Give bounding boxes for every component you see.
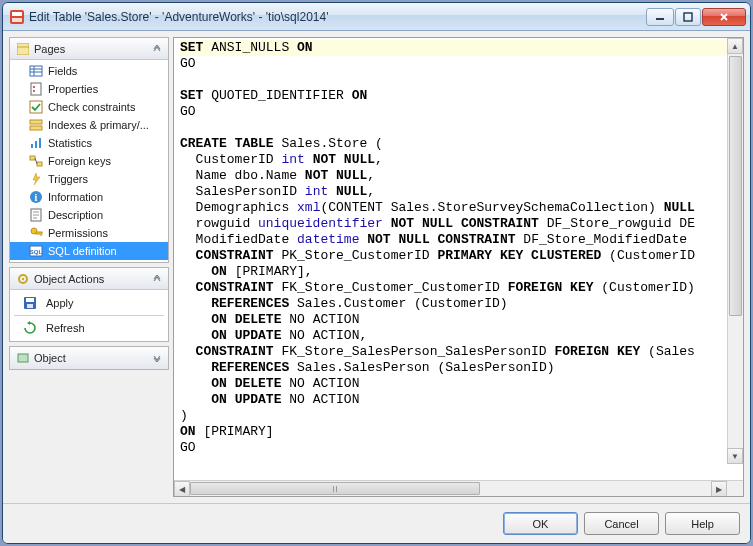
svg-rect-7 [31,83,41,95]
close-button[interactable] [702,8,746,26]
separator [14,315,164,316]
object-actions-panel: Object Actions Apply Refresh [9,267,169,342]
minimize-button[interactable] [646,8,674,26]
object-icon [16,351,30,365]
svg-point-27 [22,277,24,279]
thumb-grip-icon [333,486,337,492]
page-item-statistics[interactable]: Statistics [10,134,168,152]
page-item-icon [28,99,44,115]
chevron-up-icon [152,43,162,55]
page-item-icon [28,171,44,187]
ok-label: OK [533,518,549,530]
client-area: Pages FieldsPropertiesCheck constraintsI… [3,31,750,543]
page-item-sql-definition[interactable]: SQLSQL definition [10,242,168,260]
scroll-down-button[interactable]: ▼ [727,448,743,464]
action-apply[interactable]: Apply [10,292,168,314]
page-item-label: Check constraints [48,101,135,113]
svg-text:SQL: SQL [30,249,43,255]
page-item-icon [28,135,44,151]
svg-rect-12 [30,126,42,130]
window-title: Edit Table 'Sales.Store' - 'AdventureWor… [29,10,646,24]
help-label: Help [691,518,714,530]
action-refresh-label: Refresh [46,322,85,334]
svg-rect-6 [30,66,42,76]
page-item-label: Permissions [48,227,108,239]
page-item-icon: i [28,189,44,205]
svg-rect-1 [12,12,22,16]
object-actions-title: Object Actions [34,273,152,285]
pages-icon [16,42,30,56]
svg-rect-31 [18,354,28,362]
page-item-icon [28,117,44,133]
page-item-label: Foreign keys [48,155,111,167]
page-item-label: Triggers [48,173,88,185]
svg-rect-11 [30,120,42,124]
scroll-corner [727,481,743,497]
page-item-properties[interactable]: Properties [10,80,168,98]
object-title: Object [34,352,152,364]
object-header[interactable]: Object [10,347,168,369]
svg-rect-2 [12,18,22,22]
page-item-label: SQL definition [48,245,117,257]
page-item-icon: SQL [28,243,44,259]
page-item-triggers[interactable]: Triggers [10,170,168,188]
titlebar: Edit Table 'Sales.Store' - 'AdventureWor… [3,3,750,31]
page-item-indexes-primary[interactable]: Indexes & primary/... [10,116,168,134]
cancel-label: Cancel [604,518,638,530]
scroll-up-button[interactable]: ▲ [727,38,743,54]
chevron-up-icon [152,273,162,285]
svg-rect-4 [684,13,692,21]
vertical-scroll-thumb[interactable] [729,56,742,316]
svg-rect-23 [40,234,42,236]
page-item-label: Statistics [48,137,92,149]
scroll-left-button[interactable]: ◀ [174,481,190,497]
svg-rect-13 [31,144,33,148]
page-item-check-constraints[interactable]: Check constraints [10,98,168,116]
cancel-button[interactable]: Cancel [584,512,659,535]
page-item-foreign-keys[interactable]: Foreign keys [10,152,168,170]
button-bar: OK Cancel Help [3,503,750,543]
chevron-down-icon [152,352,162,364]
svg-rect-5 [17,43,29,55]
help-button[interactable]: Help [665,512,740,535]
vertical-scrollbar[interactable]: ▲ ▼ [727,38,743,464]
page-item-label: Indexes & primary/... [48,119,149,131]
window: Edit Table 'Sales.Store' - 'AdventureWor… [2,2,751,544]
object-panel: Object [9,346,169,370]
sql-code[interactable]: SET ANSI_NULLS ONGO SET QUOTED_IDENTIFIE… [174,38,727,480]
svg-point-9 [33,90,35,92]
horizontal-scrollbar[interactable]: ◀ ▶ [174,480,743,496]
page-item-label: Description [48,209,103,221]
page-item-icon [28,153,44,169]
pages-body: FieldsPropertiesCheck constraintsIndexes… [10,60,168,262]
svg-rect-16 [30,156,35,160]
action-refresh[interactable]: Refresh [10,317,168,339]
page-item-icon [28,81,44,97]
left-panel: Pages FieldsPropertiesCheck constraintsI… [9,37,169,497]
maximize-button[interactable] [675,8,701,26]
page-item-fields[interactable]: Fields [10,62,168,80]
pages-header[interactable]: Pages [10,38,168,60]
svg-rect-17 [37,162,42,166]
gear-icon [16,272,30,286]
svg-rect-10 [30,101,42,113]
svg-rect-14 [35,141,37,148]
page-item-label: Information [48,191,103,203]
ok-button[interactable]: OK [503,512,578,535]
window-buttons [646,8,746,26]
page-item-permissions[interactable]: Permissions [10,224,168,242]
page-item-icon [28,63,44,79]
page-item-description[interactable]: Description [10,206,168,224]
object-actions-body: Apply Refresh [10,290,168,341]
pages-panel: Pages FieldsPropertiesCheck constraintsI… [9,37,169,263]
svg-rect-30 [27,304,33,308]
scroll-right-button[interactable]: ▶ [711,481,727,497]
action-apply-label: Apply [46,297,74,309]
page-item-information[interactable]: iInformation [10,188,168,206]
object-actions-header[interactable]: Object Actions [10,268,168,290]
horizontal-scroll-thumb[interactable] [190,482,480,495]
page-item-label: Properties [48,83,98,95]
svg-text:i: i [35,192,38,203]
svg-point-8 [33,86,35,88]
page-item-icon [28,225,44,241]
